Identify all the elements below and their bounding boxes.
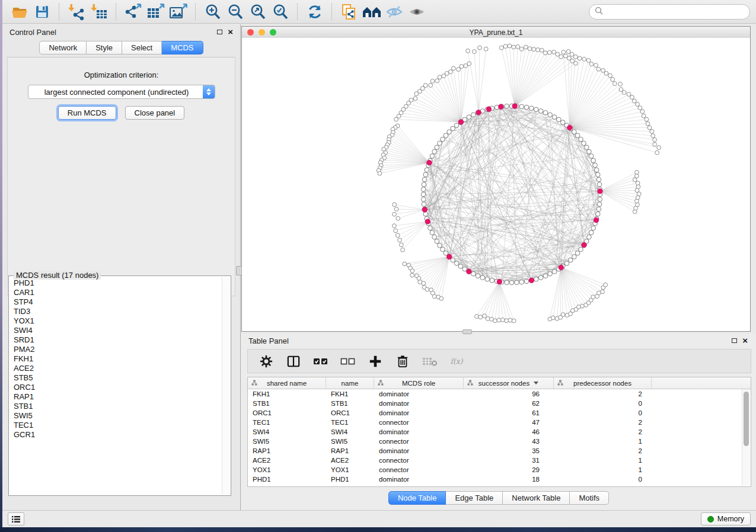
add-row-icon[interactable] [368, 354, 383, 369]
table-row[interactable]: RAP1RAP1dominator352 [248, 446, 751, 456]
table-cell: 2 [554, 418, 652, 427]
table-row[interactable]: YOX1YOX1connector291 [248, 465, 751, 475]
export-table-icon[interactable] [146, 2, 166, 22]
export-image-icon[interactable] [168, 2, 189, 22]
tab-motifs[interactable]: Motifs [570, 491, 609, 505]
table-cell: STB1 [326, 399, 374, 408]
optimization-criterion-value: largest connected component (undirected) [28, 88, 203, 97]
network-window-titlebar[interactable]: YPA_prune.txt_1 [242, 27, 750, 39]
mcds-result-item[interactable]: STB1 [10, 402, 221, 411]
table-row[interactable]: PHD1PHD1dominator180 [248, 475, 751, 484]
table-cell: RAP1 [248, 446, 326, 456]
zoom-in-icon[interactable] [203, 2, 223, 22]
mcds-result-item[interactable]: RAP1 [10, 392, 221, 402]
save-icon[interactable] [32, 2, 52, 22]
table-cell: 0 [554, 475, 652, 484]
mcds-result-item[interactable]: CAR1 [10, 288, 221, 297]
table-cell: 1 [554, 465, 652, 475]
refresh-layout-icon[interactable] [305, 2, 325, 22]
tab-network[interactable]: Network [39, 41, 87, 55]
table-settings-icon[interactable] [259, 354, 274, 369]
mcds-result-item[interactable]: TEC1 [10, 421, 221, 430]
first-neighbors-icon[interactable] [362, 2, 382, 22]
mcds-result-item[interactable]: ACE2 [10, 364, 221, 373]
show-all-icon[interactable] [407, 2, 427, 22]
tab-select[interactable]: Select [122, 41, 162, 55]
mcds-result-item[interactable]: PMA2 [10, 345, 221, 354]
zoom-out-icon[interactable] [225, 2, 245, 22]
tab-network-table[interactable]: Network Table [503, 491, 570, 505]
table-scrollbar[interactable] [742, 389, 750, 486]
table-cell: 43 [464, 437, 554, 446]
table-row[interactable]: SWI5SWI5connector431 [248, 437, 751, 446]
search-input[interactable] [607, 7, 744, 17]
mcds-result-item[interactable]: YOX1 [10, 316, 221, 326]
mcds-result-item[interactable]: FKH1 [10, 354, 221, 364]
table-cell: 0 [554, 408, 652, 418]
table-row[interactable]: ACE2ACE2connector311 [248, 456, 751, 465]
optimization-criterion-select[interactable]: largest connected component (undirected) [28, 85, 215, 99]
tab-node-table[interactable]: Node Table [388, 491, 446, 505]
table-row[interactable]: FKH1FKH1dominator962 [248, 389, 751, 399]
status-bar: Memory [2, 510, 756, 527]
table-header-row: shared namenameMCDS rolesuccessor nodesp… [248, 377, 751, 389]
mcds-result-item[interactable]: GCR1 [10, 430, 221, 440]
column-label: name [342, 380, 359, 387]
mcds-result-item[interactable]: SWI4 [10, 326, 221, 335]
task-history-button[interactable] [8, 512, 24, 525]
select-all-icon[interactable] [313, 354, 328, 369]
table-row[interactable]: STB1STB1dominator620 [248, 399, 751, 408]
clone-network-icon[interactable] [339, 2, 359, 22]
mcds-result-list[interactable]: PHD1CAR1STP4TID3YOX1SWI4SRD1PMA2FKH1ACE2… [10, 278, 221, 494]
search-field[interactable] [589, 4, 750, 20]
mcds-result-item[interactable]: STP4 [10, 297, 221, 307]
mcds-result-item[interactable]: ORC1 [10, 383, 221, 392]
table-cell: 46 [464, 427, 554, 437]
hide-selected-icon[interactable] [384, 2, 404, 22]
toolbar-separator [195, 4, 196, 20]
float-table-panel-icon[interactable] [732, 338, 737, 343]
deselect-all-icon[interactable] [340, 354, 356, 369]
tab-edge-table[interactable]: Edge Table [446, 491, 503, 505]
table-cell: SWI4 [248, 427, 326, 437]
export-network-icon[interactable] [123, 2, 143, 22]
open-file-icon[interactable] [9, 2, 30, 22]
column-header-predecessor-nodes[interactable]: predecessor nodes [554, 377, 652, 389]
run-mcds-button[interactable]: Run MCDS [58, 106, 116, 120]
table-row[interactable]: SWI4SWI4dominator462 [248, 427, 751, 437]
import-table-icon[interactable] [89, 2, 109, 22]
close-panel-button[interactable]: Close panel [125, 106, 185, 120]
table-row[interactable]: ORC1ORC1dominator610 [248, 408, 751, 418]
column-header-shared-name[interactable]: shared name [248, 377, 326, 389]
table-row[interactable]: TEC1TEC1connector472 [248, 418, 751, 427]
float-panel-icon[interactable] [217, 30, 222, 34]
tab-mcds[interactable]: MCDS [162, 41, 203, 55]
vertical-splitter-handle[interactable] [236, 266, 242, 275]
control-tabs: NetworkStyleSelectMCDS [2, 41, 240, 55]
close-table-panel-icon[interactable]: × [742, 337, 748, 344]
mcds-result-item[interactable]: TID3 [10, 307, 221, 316]
column-header-mcds-role[interactable]: MCDS role [374, 377, 464, 389]
table-cell: SWI4 [326, 427, 374, 437]
column-header-successor-nodes[interactable]: successor nodes [464, 377, 554, 389]
memory-button[interactable]: Memory [701, 512, 751, 525]
tab-style[interactable]: Style [87, 41, 122, 55]
mcds-list-scrollbar[interactable] [222, 277, 229, 494]
horizontal-splitter-handle[interactable] [462, 329, 472, 334]
mcds-result-item[interactable]: STB5 [10, 373, 221, 383]
mcds-result-item[interactable]: PHD1 [10, 278, 221, 288]
table-cell: ACE2 [326, 456, 374, 465]
close-panel-icon[interactable]: × [228, 28, 233, 36]
toggle-columns-icon[interactable] [286, 354, 301, 369]
delete-row-icon[interactable] [395, 354, 410, 369]
table-cell: connector [374, 465, 464, 475]
table-scrollbar-thumb[interactable] [744, 392, 749, 446]
column-header-name[interactable]: name [326, 377, 374, 389]
mcds-result-item[interactable]: SRD1 [10, 335, 221, 345]
mcds-result-item[interactable]: SWI5 [10, 411, 221, 421]
zoom-selected-icon[interactable] [270, 2, 291, 22]
zoom-fit-icon[interactable] [248, 2, 268, 22]
import-network-icon[interactable] [66, 2, 87, 22]
table-cell: 29 [464, 465, 554, 475]
network-canvas[interactable] [242, 38, 750, 331]
